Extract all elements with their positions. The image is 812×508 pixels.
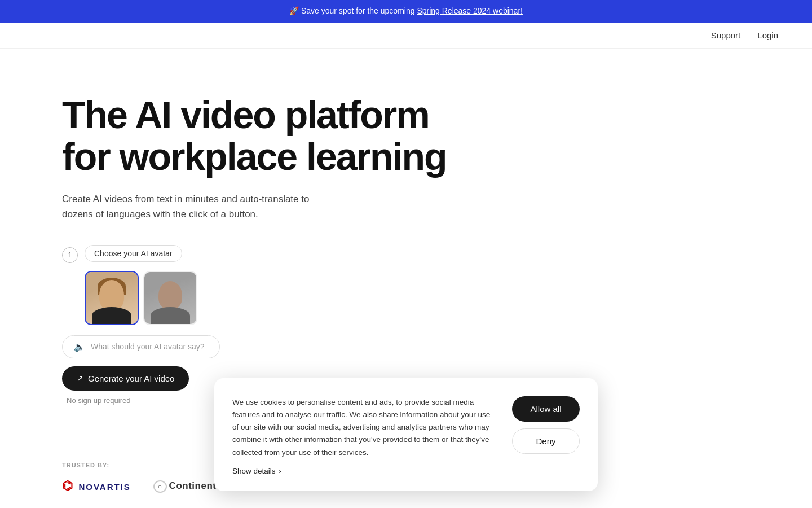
avatar-selection: [85, 271, 750, 325]
step1-label: Choose your AI avatar: [85, 245, 182, 262]
banner-link[interactable]: Spring Release 2024 webinar!: [417, 6, 523, 15]
cookie-body-text: We use cookies to personalise content an…: [232, 396, 494, 459]
navbar: Support Login: [0, 23, 812, 49]
input-placeholder: What should your AI avatar say?: [91, 342, 205, 351]
external-link-icon: ↗: [77, 374, 83, 383]
banner-text: Save your spot for the upcoming: [301, 6, 417, 15]
banner-emoji: 🚀: [289, 6, 299, 15]
avatar-text-input-row: 🔈 What should your AI avatar say?: [62, 335, 750, 358]
announcement-banner: 🚀 Save your spot for the upcoming Spring…: [0, 0, 812, 23]
chevron-right-icon: ›: [279, 467, 281, 475]
speaker-icon: 🔈: [74, 341, 85, 352]
logo-novartis: ⌬ NOVARTIS: [62, 479, 131, 493]
cookie-text-area: We use cookies to personalise content an…: [232, 396, 494, 475]
show-details-label: Show details: [232, 467, 276, 475]
hero-title: The AI video platform for workplace lear…: [62, 94, 457, 178]
deny-button[interactable]: Deny: [512, 428, 580, 454]
avatar-text-input[interactable]: 🔈 What should your AI avatar say?: [62, 335, 220, 358]
step1-row: 1 Choose your AI avatar: [62, 245, 750, 263]
avatar-female[interactable]: [85, 271, 139, 325]
hero-subtitle: Create AI videos from text in minutes an…: [62, 191, 310, 222]
cookie-actions: Allow all Deny: [512, 396, 580, 454]
nav-login[interactable]: Login: [757, 30, 778, 40]
generate-button[interactable]: ↗ Generate your AI video: [62, 366, 189, 391]
avatar-male[interactable]: [143, 271, 197, 325]
allow-all-button[interactable]: Allow all: [512, 396, 580, 422]
step1-number: 1: [62, 247, 78, 263]
show-details-button[interactable]: Show details ›: [232, 467, 281, 475]
nav-support[interactable]: Support: [711, 30, 741, 40]
cookie-banner: We use cookies to personalise content an…: [214, 378, 598, 491]
